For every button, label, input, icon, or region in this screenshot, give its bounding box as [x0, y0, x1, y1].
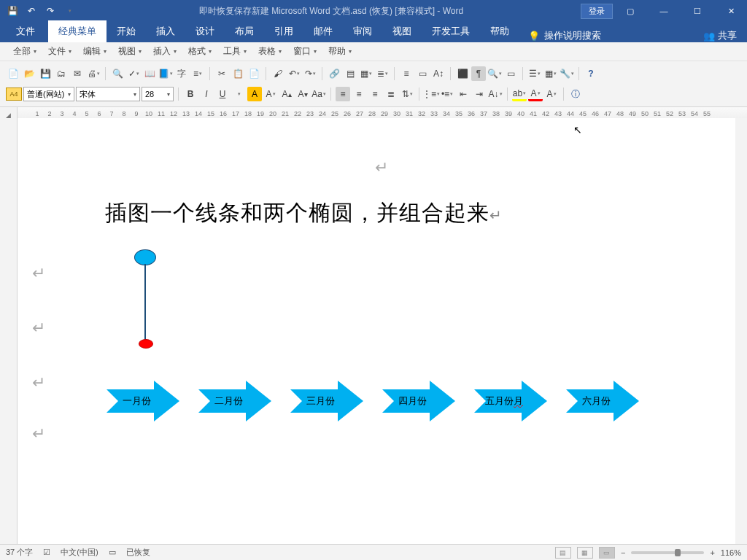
tab-review[interactable]: 审阅: [343, 20, 382, 42]
numbering-icon[interactable]: ⋮≡: [424, 87, 438, 101]
dec-indent-icon[interactable]: ⇤: [456, 87, 471, 101]
save-icon[interactable]: 💾: [38, 66, 53, 81]
print-icon[interactable]: 🖨: [86, 66, 101, 81]
options-icon[interactable]: 🔧: [560, 66, 574, 81]
open-icon[interactable]: 📂: [22, 66, 36, 81]
email-icon[interactable]: ✉: [70, 66, 85, 81]
hyperlink-icon[interactable]: 🔗: [327, 66, 341, 81]
view-print-icon[interactable]: ▦: [577, 547, 593, 559]
arrow-shape-5[interactable]: 五月份月: [474, 381, 547, 421]
table-insert-icon[interactable]: ▦: [359, 66, 374, 81]
cm-table[interactable]: 表格: [252, 45, 287, 58]
bookmark-icon[interactable]: ▤: [343, 66, 357, 81]
font-select[interactable]: 宋体: [76, 87, 140, 101]
tools-icon[interactable]: ▦: [543, 66, 558, 81]
saveall-icon[interactable]: 🗂: [54, 66, 69, 81]
qat-customize-icon[interactable]: [61, 3, 77, 19]
arrow-shape-2[interactable]: 二月份: [198, 381, 271, 421]
translate-icon[interactable]: 字: [174, 66, 189, 81]
zoom-slider[interactable]: [631, 551, 704, 554]
cm-format[interactable]: 格式: [182, 45, 217, 58]
sb-word-count[interactable]: 37 个字: [6, 547, 33, 558]
arrow-shape-4[interactable]: 四月份: [382, 381, 455, 421]
shrink-font-icon[interactable]: A▾: [295, 87, 310, 101]
thesaurus-icon[interactable]: 📘: [158, 66, 173, 81]
ribbon-display-icon[interactable]: ▢: [614, 0, 646, 22]
sb-language[interactable]: 中文(中国): [61, 547, 98, 558]
view-web-icon[interactable]: ▭: [599, 547, 615, 559]
tab-design[interactable]: 设计: [185, 20, 225, 42]
ruler-vertical[interactable]: [0, 118, 18, 544]
tellme-label[interactable]: 操作说明搜索: [544, 29, 601, 42]
doc-map-icon[interactable]: ▭: [503, 66, 518, 81]
spell-icon[interactable]: ✓: [126, 66, 141, 81]
symbol-icon[interactable]: A↕: [431, 66, 446, 81]
shape-oval-red[interactable]: [139, 339, 153, 349]
cm-window[interactable]: 窗口: [287, 45, 322, 58]
cm-edit[interactable]: 编辑: [77, 45, 112, 58]
grow-font-icon[interactable]: A▴: [279, 87, 294, 101]
align-left-icon[interactable]: ≡: [336, 87, 350, 101]
line-spacing-icon[interactable]: ⇅: [400, 87, 414, 101]
tab-layout[interactable]: 布局: [225, 20, 264, 42]
help-icon[interactable]: ?: [584, 66, 598, 81]
cut-icon[interactable]: ✂: [214, 66, 229, 81]
arrow-shape-1[interactable]: 一月份: [107, 381, 179, 421]
view-read-icon[interactable]: ▤: [555, 547, 571, 559]
tab-view[interactable]: 视图: [382, 20, 422, 42]
tab-file[interactable]: 文件: [3, 20, 48, 42]
showmarks-icon[interactable]: ⬛: [455, 66, 470, 81]
zoom-in-icon[interactable]: +: [710, 548, 714, 557]
arrow-shape-3[interactable]: 三月份: [290, 381, 363, 421]
redo-icon[interactable]: ↷: [42, 3, 58, 19]
align-right-icon[interactable]: ≡: [368, 87, 382, 101]
justify-icon[interactable]: ≣: [384, 87, 398, 101]
minimize-icon[interactable]: —: [648, 0, 680, 22]
save-icon[interactable]: 💾: [4, 3, 20, 19]
style-select[interactable]: 普通(网站): [23, 87, 74, 101]
zoom-out-icon[interactable]: −: [621, 548, 625, 557]
research-icon[interactable]: 📖: [142, 66, 157, 81]
close-icon[interactable]: ✕: [715, 0, 747, 22]
font-size-select[interactable]: 28: [142, 87, 174, 101]
undo-icon[interactable]: ↶: [23, 3, 39, 19]
tab-insert[interactable]: 插入: [146, 20, 185, 42]
macros-icon[interactable]: ☰: [527, 66, 542, 81]
document-page[interactable]: ↵ 插图一个线条和两个椭圆，并组合起来↵ ↵ ↵ ↵ ↵ 一月份 二月份 三月份…: [18, 118, 747, 544]
format-painter-icon[interactable]: 🖌: [271, 66, 285, 81]
new-icon[interactable]: 📄: [6, 66, 20, 81]
tab-help[interactable]: 帮助: [480, 20, 519, 42]
undo-icon[interactable]: ↶: [287, 66, 301, 81]
cm-view[interactable]: 视图: [112, 45, 147, 58]
cm-file[interactable]: 文件: [42, 45, 77, 58]
shape-line[interactable]: [144, 264, 146, 341]
bold-icon[interactable]: B: [183, 87, 198, 101]
cm-insert[interactable]: 插入: [147, 45, 182, 58]
sb-track-icon[interactable]: ▭: [109, 548, 116, 557]
highlight-icon[interactable]: ab: [512, 87, 527, 101]
copy-icon[interactable]: 📋: [231, 66, 245, 81]
arrow-shape-6[interactable]: 六月份: [566, 381, 639, 421]
login-button[interactable]: 登录: [581, 4, 613, 19]
bullets-icon[interactable]: •≡: [440, 87, 454, 101]
align-center-icon[interactable]: ≡: [352, 87, 366, 101]
tab-references[interactable]: 引用: [264, 20, 303, 42]
scrollbar-vertical[interactable]: [735, 118, 747, 544]
zoom-value[interactable]: 116%: [721, 548, 741, 557]
tab-classic-menu[interactable]: 经典菜单: [48, 20, 107, 42]
font-color-icon[interactable]: A: [528, 87, 543, 101]
highlight-a-icon[interactable]: A: [247, 87, 262, 101]
paste-icon[interactable]: 📄: [247, 66, 261, 81]
info-icon[interactable]: ⓘ: [568, 87, 583, 101]
change-case-icon[interactable]: Aa: [311, 87, 326, 101]
sb-proofing-icon[interactable]: ☑: [43, 548, 50, 557]
tab-home[interactable]: 开始: [107, 20, 146, 42]
columns-icon[interactable]: ≣: [375, 66, 390, 81]
cm-all[interactable]: 全部: [7, 45, 42, 58]
share-button[interactable]: 👥 共享: [703, 29, 737, 42]
shape-oval-blue[interactable]: [134, 249, 156, 265]
gridlines-icon[interactable]: ¶: [471, 66, 486, 81]
cm-tools[interactable]: 工具: [217, 45, 252, 58]
redo-icon[interactable]: ↷: [303, 66, 317, 81]
cm-help[interactable]: 帮助: [322, 45, 357, 58]
